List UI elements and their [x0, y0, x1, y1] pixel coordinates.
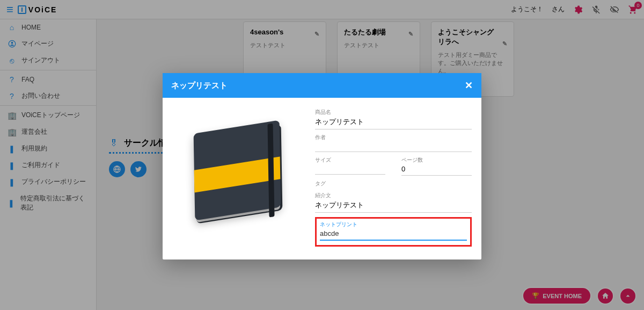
modal-image — [169, 109, 309, 247]
notebook-illustration — [193, 127, 284, 229]
field-product-name: 商品名 ネップリテスト — [315, 109, 472, 129]
field-label: 商品名 — [315, 109, 472, 116]
field-size: サイズ — [315, 156, 385, 176]
field-label: ページ数 — [401, 156, 472, 164]
field-value — [315, 164, 385, 175]
modal-title: ネップリテスト — [171, 81, 228, 91]
field-label: 作者 — [315, 134, 472, 141]
field-intro: 紹介文 ネップリテスト — [315, 192, 472, 213]
netprint-input[interactable]: abcde — [320, 228, 467, 241]
field-value: ネップリテスト — [315, 199, 472, 213]
field-value: ネップリテスト — [315, 116, 472, 129]
modal-header: ネップリテスト ✕ — [163, 73, 481, 98]
field-value: 0 — [401, 164, 472, 176]
field-row: サイズ ページ数 0 — [315, 156, 472, 180]
field-tag-label: タグ — [315, 180, 472, 188]
modal-form: 商品名 ネップリテスト 作者 サイズ ページ数 0 タグ 紹介文 ネ — [315, 109, 475, 247]
field-label: サイズ — [315, 156, 385, 164]
field-author: 作者 — [315, 134, 472, 152]
field-value — [315, 141, 472, 152]
highlighted-field: ネットプリント abcde — [315, 217, 472, 247]
product-modal: ネップリテスト ✕ 商品名 ネップリテスト 作者 サイズ — [163, 73, 481, 259]
field-pages: ページ数 0 — [401, 156, 472, 176]
close-icon[interactable]: ✕ — [465, 80, 473, 91]
field-label: 紹介文 — [315, 192, 472, 199]
field-label: ネットプリント — [320, 221, 467, 228]
modal-body: 商品名 ネップリテスト 作者 サイズ ページ数 0 タグ 紹介文 ネ — [163, 98, 481, 259]
